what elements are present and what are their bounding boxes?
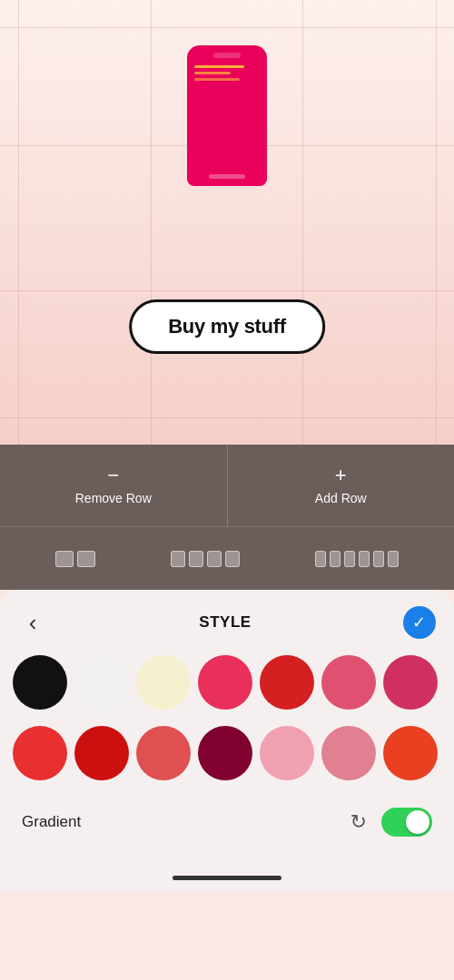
toggle-knob (406, 810, 429, 834)
phone-line-2 (194, 72, 231, 74)
color-swatch-light-red[interactable] (136, 726, 191, 780)
layout-box-11 (373, 551, 384, 567)
color-swatch-rose[interactable] (321, 655, 376, 710)
color-row-2 (0, 722, 454, 784)
confirm-button[interactable]: ✓ (403, 606, 436, 639)
grid-line-h1 (0, 27, 454, 28)
layout-box-4 (189, 551, 203, 567)
layout-box-1 (55, 551, 74, 567)
style-header: ‹ STYLE ✓ (0, 590, 454, 652)
phone-screen-content (194, 65, 260, 81)
remove-row-button[interactable]: − Remove Row (0, 445, 228, 526)
layout-box-12 (388, 551, 399, 567)
checkmark-icon: ✓ (412, 612, 426, 632)
minus-icon: − (107, 466, 119, 485)
gradient-reset-icon[interactable]: ↺ (350, 810, 367, 834)
remove-row-label: Remove Row (75, 491, 152, 505)
back-chevron-icon: ‹ (29, 609, 37, 637)
color-swatch-white[interactable] (74, 655, 129, 710)
phone-bottom-bar (209, 174, 245, 179)
layout-option-6col[interactable] (315, 551, 399, 567)
buy-button-element[interactable]: Buy my stuff (129, 299, 325, 354)
layout-option-2col[interactable] (55, 551, 95, 567)
grid-line-h4 (0, 417, 454, 418)
home-bar (173, 876, 281, 880)
back-button[interactable]: ‹ (18, 608, 47, 637)
color-swatch-light-pink[interactable] (260, 726, 314, 780)
phone-line-3 (194, 78, 240, 81)
layout-box-2 (77, 551, 95, 567)
style-title: STYLE (199, 613, 251, 632)
grid-line-v4 (436, 0, 437, 445)
grid-line-v1 (18, 0, 19, 445)
color-swatch-orange-red[interactable] (383, 726, 438, 780)
row-controls-panel: − Remove Row + Add Row (0, 445, 454, 526)
phone-mockup (187, 45, 267, 186)
gradient-toggle[interactable] (381, 808, 432, 837)
color-swatch-dark-pink[interactable] (383, 655, 438, 710)
color-swatch-hot-pink[interactable] (198, 655, 252, 710)
color-row-1 (0, 652, 454, 713)
color-swatch-salmon[interactable] (321, 726, 376, 780)
grid-line-h3 (0, 290, 454, 291)
add-row-label: Add Row (315, 491, 367, 505)
color-swatch-cream[interactable] (136, 655, 191, 710)
color-swatch-crimson[interactable] (74, 726, 129, 780)
layout-box-9 (344, 551, 355, 567)
grid-line-v3 (302, 0, 303, 445)
color-swatch-black[interactable] (13, 655, 67, 710)
layout-option-4col[interactable] (171, 551, 240, 567)
home-indicator (0, 864, 454, 891)
buy-button-label: Buy my stuff (168, 315, 286, 338)
add-row-button[interactable]: + Add Row (228, 445, 455, 526)
layout-box-6 (225, 551, 240, 567)
gradient-label: Gradient (22, 813, 81, 831)
plus-icon: + (335, 466, 347, 485)
gradient-controls: ↺ (350, 808, 432, 837)
layout-options-panel (0, 526, 454, 590)
color-swatch-red[interactable] (260, 655, 314, 710)
phone-line-1 (194, 65, 244, 68)
layout-box-10 (359, 551, 370, 567)
color-swatch-maroon[interactable] (198, 726, 252, 780)
layout-box-3 (171, 551, 185, 567)
gradient-row: Gradient ↺ (0, 793, 454, 846)
grid-line-v2 (151, 0, 152, 445)
phone-notch (213, 53, 241, 58)
canvas-area: Buy my stuff (0, 0, 454, 445)
layout-box-5 (207, 551, 222, 567)
style-panel: ‹ STYLE ✓ Gradient ↺ (0, 590, 454, 864)
layout-box-7 (315, 551, 326, 567)
color-swatch-red-orange[interactable] (13, 726, 67, 780)
layout-box-8 (330, 551, 340, 567)
